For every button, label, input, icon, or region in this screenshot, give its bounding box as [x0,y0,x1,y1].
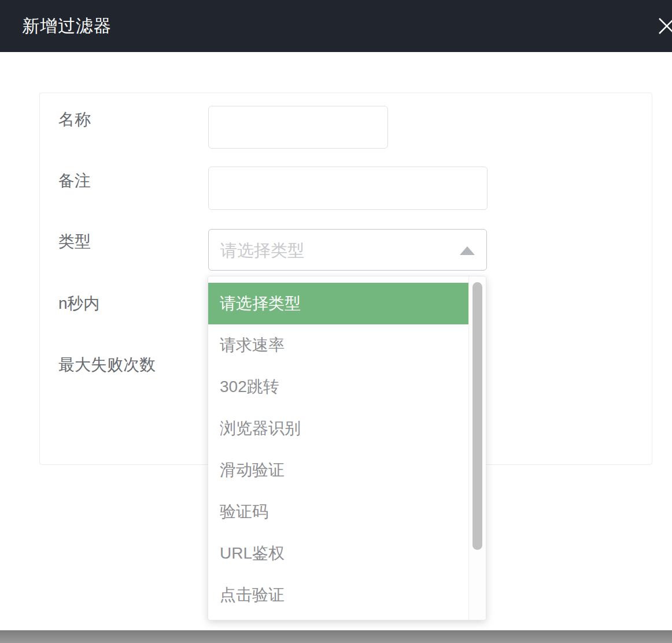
n-seconds-label: n秒内 [58,295,100,312]
dropdown-scrollbar-track[interactable] [468,276,486,620]
option-please-select-type[interactable]: 请选择类型 [208,283,468,324]
option-click-verify[interactable]: 点击验证 [208,574,468,616]
option-browser-detect[interactable]: 浏览器识别 [208,408,468,449]
option-302-redirect[interactable]: 302跳转 [208,366,468,408]
dialog-title: 新增过滤器 [22,16,112,36]
max-failures-label: 最大失败次数 [58,356,156,374]
option-captcha[interactable]: 验证码 [208,491,468,533]
option-url-auth[interactable]: URL鉴权 [208,533,468,574]
page-bottom-scrollbar [0,630,672,643]
note-label: 备注 [58,172,91,190]
add-filter-dialog: 新增过滤器 名称 备注 类型 请选择类型 n秒内 最大失败次数 请选择类型 请求… [0,0,672,643]
name-label: 名称 [58,111,91,128]
type-option-list: 请选择类型 请求速率 302跳转 浏览器识别 滑动验证 验证码 URL鉴权 点击… [208,276,486,616]
option-slide-verify[interactable]: 滑动验证 [208,449,468,491]
close-icon [658,28,672,37]
type-dropdown-panel: 请选择类型 请求速率 302跳转 浏览器识别 滑动验证 验证码 URL鉴权 点击… [208,276,486,620]
dialog-header: 新增过滤器 [0,0,672,52]
name-input[interactable] [208,106,388,149]
type-select-placeholder: 请选择类型 [220,242,304,259]
dropdown-scrollbar-thumb[interactable] [472,282,482,550]
note-input[interactable] [208,167,488,210]
type-select[interactable]: 请选择类型 [208,229,487,271]
chevron-up-icon [460,246,475,255]
type-label: 类型 [58,233,91,250]
option-request-rate[interactable]: 请求速率 [208,324,468,366]
close-button[interactable] [658,17,672,35]
